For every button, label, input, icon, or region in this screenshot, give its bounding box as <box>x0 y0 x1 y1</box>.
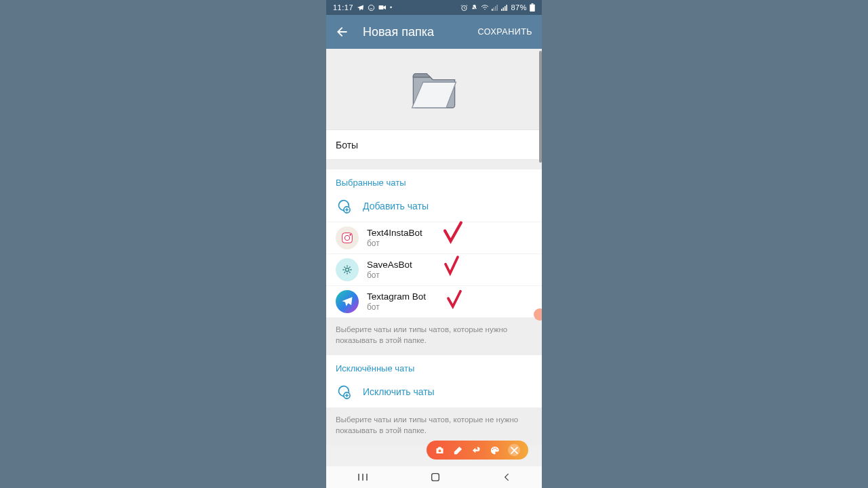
chat-row-saveasbot[interactable]: SaveAsBot бот <box>326 254 542 286</box>
status-battery-text: 87% <box>511 3 527 12</box>
whatsapp-icon <box>368 4 375 12</box>
alarm-icon <box>460 4 468 12</box>
undo-icon[interactable] <box>471 445 481 455</box>
back-nav-button[interactable] <box>502 472 511 482</box>
more-icon: • <box>390 4 393 11</box>
svg-rect-25 <box>432 474 439 481</box>
svg-rect-6 <box>495 6 496 11</box>
selected-chats-header: Выбранные чаты <box>326 169 542 193</box>
folder-icon <box>410 67 458 112</box>
annotation-check-icon <box>441 219 465 246</box>
add-chats-button[interactable]: Добавить чаты <box>326 193 542 222</box>
chat-sub: бот <box>367 270 412 280</box>
battery-icon <box>530 3 535 12</box>
back-icon[interactable] <box>336 25 349 39</box>
svg-rect-12 <box>532 3 534 5</box>
close-icon <box>509 445 519 455</box>
selected-hint: Выберите чаты или типы чатов, которые ну… <box>326 318 542 355</box>
eraser-icon[interactable] <box>453 445 463 455</box>
home-button[interactable] <box>430 472 441 483</box>
video-icon <box>378 4 387 11</box>
scrollbar[interactable] <box>539 51 542 163</box>
chat-name: SaveAsBot <box>367 260 412 270</box>
svg-point-22 <box>493 447 494 449</box>
excluded-chats-header: Исключённые чаты <box>326 355 542 379</box>
chat-add-icon <box>336 384 351 399</box>
save-button[interactable]: СОХРАНИТЬ <box>478 27 532 37</box>
annotation-toolbar <box>427 441 528 460</box>
exclude-chats-button[interactable]: Исключить чаты <box>326 379 542 408</box>
camera-icon[interactable] <box>435 445 445 455</box>
svg-rect-13 <box>530 5 535 12</box>
chat-sub: бот <box>367 239 422 248</box>
folder-hero <box>326 49 542 130</box>
chat-name: Textagram Bot <box>367 291 426 302</box>
text4insta-avatar-icon <box>340 230 355 245</box>
android-nav-bar <box>326 466 542 488</box>
svg-rect-5 <box>494 7 495 11</box>
svg-rect-1 <box>379 5 384 9</box>
chat-sub: бот <box>367 302 426 312</box>
excluded-hint: Выберите чаты или типы чатов, которые не… <box>326 408 542 445</box>
signal2-icon <box>501 4 508 11</box>
recents-button[interactable] <box>357 472 369 482</box>
status-time: 11:17 <box>333 3 353 12</box>
svg-point-21 <box>492 449 494 450</box>
svg-point-0 <box>368 5 374 10</box>
folder-name-value: Боты <box>336 140 358 150</box>
wifi-icon <box>481 4 489 11</box>
svg-point-17 <box>349 234 351 235</box>
svg-point-23 <box>495 447 496 449</box>
chat-row-textagram[interactable]: Textagram Bot бот <box>326 286 542 318</box>
page-title: Новая папка <box>363 25 434 39</box>
chat-add-icon <box>336 199 351 214</box>
phone-frame: 11:17 • 87% Новая папка СОХРАНИТЬ <box>326 0 542 488</box>
svg-rect-8 <box>501 9 502 11</box>
app-bar: Новая папка СОХРАНИТЬ <box>326 15 542 49</box>
svg-rect-10 <box>505 6 506 11</box>
exclude-chats-label: Исключить чаты <box>363 386 435 397</box>
close-annotation-button[interactable] <box>508 444 520 456</box>
svg-point-24 <box>496 449 498 450</box>
chat-row-text4insta[interactable]: Text4InstaBot бот <box>326 222 542 254</box>
annotation-check-icon <box>444 286 465 312</box>
saveasbot-avatar-icon <box>340 263 354 277</box>
add-chats-label: Добавить чаты <box>363 201 429 211</box>
palette-icon[interactable] <box>490 445 500 455</box>
annotation-check-icon <box>441 253 462 279</box>
folder-name-input[interactable]: Боты <box>326 130 542 160</box>
section-gap <box>326 160 542 169</box>
telegram-icon <box>357 4 364 12</box>
status-bar: 11:17 • 87% <box>326 0 542 15</box>
mute-icon <box>471 4 478 12</box>
svg-point-18 <box>346 268 349 272</box>
svg-rect-9 <box>503 7 505 11</box>
chat-name: Text4InstaBot <box>367 228 422 238</box>
side-bubble-icon[interactable] <box>534 308 542 321</box>
svg-point-20 <box>439 449 441 452</box>
svg-rect-11 <box>507 5 508 11</box>
svg-rect-7 <box>497 5 498 11</box>
signal1-icon <box>492 4 498 11</box>
svg-rect-4 <box>492 9 493 11</box>
textagram-avatar-icon <box>341 296 353 308</box>
